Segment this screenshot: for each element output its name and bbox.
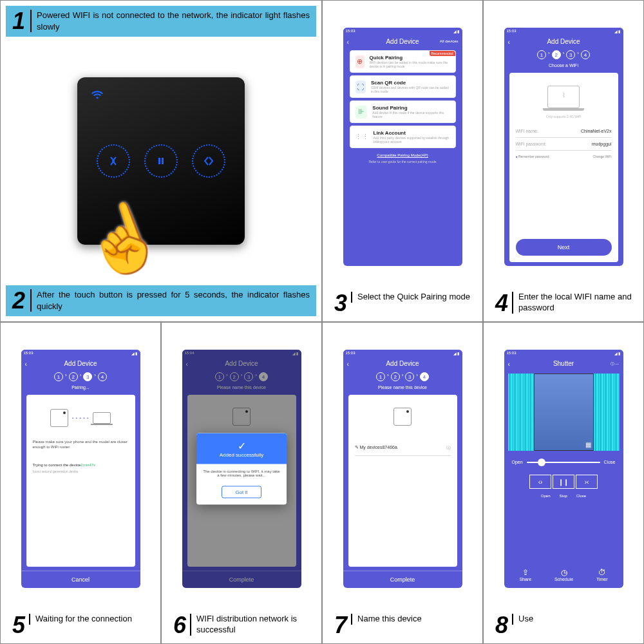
got-it-button[interactable]: Got it (222, 486, 261, 498)
step-text: Enter the local WIFI name and password (512, 292, 632, 314)
cancel-button[interactable]: Cancel (21, 571, 140, 588)
step-6-cell: 15:04◢ ▮ ‹Add Device 1›2›3›4 Please name… (161, 322, 322, 644)
status-time: 15:03 (346, 29, 355, 34)
router-icon: ⌇ (547, 86, 580, 108)
stop-button[interactable]: ❙❙ (553, 475, 574, 489)
status-time: 15:03 (346, 351, 355, 356)
stepper: 1›2›3›4 (21, 370, 140, 384)
back-icon[interactable]: ‹ (347, 361, 349, 368)
close-button[interactable]: ›‹ (576, 475, 598, 489)
open-curtain-button (192, 144, 225, 178)
phone-screen-7: 15:03◢ ▮ ‹Add Device 1›2›3›4 Please name… (343, 350, 462, 588)
subtitle: Pairing... (21, 384, 140, 391)
step-1-2-cell: 1 Powered WIFI is not connected to the n… (0, 0, 322, 322)
remember-checkbox[interactable]: ● Remember password (516, 155, 549, 158)
link-icon: ⋮⋮ (355, 131, 368, 144)
pairing-icon: ⊕ (355, 55, 365, 68)
device-icon (393, 408, 412, 426)
step-4-cell: 15:03◢ ▮ ‹Add Device 1›2›3›4 Choose a Wi… (483, 0, 644, 322)
phone-screen-4: 15:03◢ ▮ ‹Add Device 1›2›3›4 Choose a Wi… (504, 28, 623, 266)
step-text: Use (512, 614, 533, 625)
step-3-cell: 15:03◢ ▮ ‹Add DeviceAll devices Recommen… (322, 0, 483, 322)
qr-icon: ⛶ (355, 80, 366, 93)
caption-7: 7 Name this device (328, 610, 477, 638)
device-name-input[interactable]: ✎ My devices87466aⓧ (355, 441, 451, 456)
router-icon (93, 412, 111, 424)
curtain-illustration: ▦ (508, 374, 620, 451)
sound-icon: ⊪ (355, 106, 368, 118)
banner-2: 2 After the touch button is pressed for … (6, 285, 316, 316)
name-panel: ✎ My devices87466aⓧ (348, 395, 457, 567)
caption-6: 6 WIFI distribution network is successfu… (167, 610, 316, 638)
position-slider[interactable]: Open Close (504, 455, 623, 469)
hand-pointer-icon: ☝ (72, 190, 173, 289)
compat-mode-link[interactable]: Compatible Pairing Mode(AP) (343, 151, 462, 160)
svg-rect-0 (158, 158, 160, 164)
screen-title: ‹Add Device (504, 35, 623, 48)
device-icon (50, 409, 68, 427)
step-number: 1 (12, 10, 25, 33)
complete-button[interactable]: Complete (343, 571, 462, 588)
all-devices-link[interactable]: All devices (440, 39, 459, 43)
scan-qr-option[interactable]: ⛶ Scan QR codeGSM devices and devices wi… (350, 75, 456, 98)
device-illustration: ☝ (6, 37, 316, 285)
step-text: After the touch button is pressed for 5 … (30, 289, 310, 312)
share-button[interactable]: ⇪Share (519, 568, 531, 582)
timer-button[interactable]: ⏱Timer (596, 568, 608, 582)
next-button[interactable]: Next (516, 239, 612, 256)
step-number: 5 (12, 614, 25, 637)
screen-title: ‹Add Device (343, 357, 462, 370)
status-time: 15:03 (24, 351, 33, 356)
step-number: 8 (495, 614, 508, 637)
stepper: 1›2›3›4 (504, 48, 623, 62)
screen-title: ‹Add Device (21, 357, 140, 370)
picture-icon: ▦ (585, 441, 591, 448)
status-icons: ◢ ▮ (614, 29, 621, 34)
status-icons: ◢ ▮ (614, 351, 621, 356)
modal-body: The device is connecting to WIFI, it may… (196, 464, 287, 482)
status-time: 15:03 (507, 29, 516, 34)
sound-pairing-option[interactable]: ⊪ Sound PairingAdd device in this mode i… (350, 100, 456, 123)
phone-screen-6: 15:04◢ ▮ ‹Add Device 1›2›3›4 Please name… (182, 350, 301, 588)
step-8-cell: 15:03◢ ▮ ‹Shutterⓘ ⋯ ▦ Open Close ‹› ❙❙ … (483, 322, 644, 644)
step-number: 7 (334, 614, 347, 637)
subtitle: Choose a WiFi (504, 62, 623, 69)
back-icon[interactable]: ‹ (508, 361, 510, 368)
back-icon[interactable]: ‹ (347, 39, 349, 46)
wifi-icon (91, 89, 103, 102)
quick-pairing-option[interactable]: Recommended ⊕ Quick PairingWiFi devices … (350, 50, 456, 73)
success-modal: ✓Added successfully The device is connec… (196, 433, 287, 505)
step-text: Select the Quick Pairing mode (351, 292, 470, 303)
svg-rect-1 (162, 158, 164, 164)
screen-title: ‹Shutterⓘ ⋯ (504, 357, 623, 370)
step-text: WIFI distribution network is successful (190, 614, 310, 636)
modal-title: ✓Added successfully (196, 433, 287, 464)
step-text: Powered WIFI is not connected to the net… (30, 10, 310, 32)
link-account-option[interactable]: ⋮⋮ Link AccountAdd third party devices s… (350, 126, 456, 148)
caption-4: 4 Enter the local WIFI name and password (489, 288, 638, 316)
banner-1: 1 Powered WIFI is not connected to the n… (6, 6, 316, 37)
caption-8: 8 Use (489, 610, 638, 638)
close-curtain-button (97, 144, 130, 178)
change-wifi-link[interactable]: Change WiFi (593, 155, 612, 158)
step-number: 2 (12, 289, 25, 312)
phone-screen-3: 15:03◢ ▮ ‹Add DeviceAll devices Recommen… (343, 28, 462, 266)
refer-text: Refer to user guide for the correct pair… (343, 160, 462, 164)
schedule-button[interactable]: ◷Schedule (554, 568, 573, 582)
trying-text: Trying to connect the device2min47s (33, 463, 129, 467)
wifi-form: ⌇ Only supports 2.4G WiFi WiFi name:Chin… (509, 73, 618, 262)
wifi-switch-device: ☝ (77, 77, 245, 245)
open-button[interactable]: ‹› (529, 475, 551, 489)
back-icon[interactable]: ‹ (25, 361, 27, 368)
more-icon[interactable]: ⓘ ⋯ (611, 361, 620, 367)
status-icons: ◢ ▮ (131, 351, 138, 356)
status-icons: ◢ ▮ (453, 351, 460, 356)
connection-illustration: • • • • • (33, 401, 129, 435)
wifi-name-input[interactable]: WiFi name:ChinaNet-eV2x (516, 125, 612, 138)
pause-button (144, 144, 178, 178)
step-7-cell: 15:03◢ ▮ ‹Add Device 1›2›3›4 Please name… (322, 322, 483, 644)
wifi-password-input[interactable]: WiFi password:mudpggui (516, 138, 612, 151)
step-number: 3 (334, 292, 347, 315)
back-icon[interactable]: ‹ (508, 39, 510, 46)
instruction-text: Please make sure your phone and the mode… (33, 440, 129, 450)
